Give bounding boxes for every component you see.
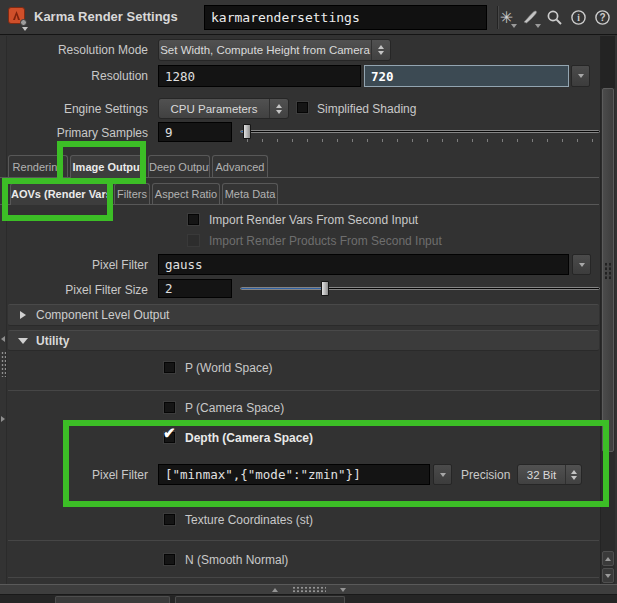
resolution-mode-label: Resolution Mode [0, 43, 148, 57]
n-smooth-normal-checkbox[interactable] [163, 553, 176, 566]
titlebar: Karma Render Settings ✳ [0, 0, 617, 35]
info-button[interactable]: i [568, 6, 589, 29]
pixel-filter-size-label: Pixel Filter Size [0, 283, 148, 297]
texture-coordinates-checkbox[interactable] [163, 513, 176, 526]
gear-menu-button[interactable]: ✳ [496, 6, 517, 29]
svg-text:i: i [577, 13, 580, 23]
simplified-shading-checkbox[interactable] [296, 101, 309, 114]
depth-pixel-filter-input[interactable] [158, 464, 430, 485]
lower-pane-edge [0, 595, 617, 603]
p-world-space-checkbox[interactable] [163, 361, 176, 374]
depth-pixel-filter-menu-button[interactable] [433, 464, 452, 485]
resolution-mode-dropdown[interactable]: Set Width, Compute Height from Camera [158, 39, 391, 61]
tab-advanced[interactable]: Advanced [212, 155, 268, 177]
primary-samples-slider[interactable] [240, 130, 600, 133]
scrollbar-grip-icon [604, 262, 612, 280]
import-render-vars-checkbox[interactable] [187, 213, 200, 226]
p-camera-space-checkbox[interactable] [163, 401, 176, 414]
engine-settings-dropdown[interactable]: CPU Parameters [158, 98, 289, 119]
p-world-space-label: P (World Space) [185, 361, 273, 375]
p-camera-space-label: P (Camera Space) [185, 401, 284, 415]
search-button[interactable] [544, 6, 565, 29]
spinner-icon [269, 99, 288, 118]
pixel-filter-size-slider[interactable] [240, 287, 600, 290]
tab-aspect-ratio[interactable]: Aspect Ratio [152, 183, 220, 204]
pane-splitter[interactable] [0, 584, 617, 595]
splitter-down-icon [340, 588, 346, 592]
svg-text:?: ? [599, 12, 605, 23]
pixel-filter-size-slider-handle[interactable] [321, 281, 329, 296]
tab-meta-data[interactable]: Meta Data [222, 183, 278, 204]
gutter-grip-icon [1, 351, 6, 377]
karma-render-settings-panel: Karma Render Settings ✳ [0, 0, 617, 603]
karma-node-icon[interactable] [8, 7, 25, 24]
resolution-menu-button[interactable] [571, 65, 590, 87]
brush-menu-button[interactable] [520, 6, 541, 29]
gutter-arrow-left-icon [1, 336, 5, 342]
import-render-products-checkbox [187, 234, 200, 247]
vertical-scrollbar[interactable] [600, 36, 615, 584]
primary-samples-label: Primary Samples [0, 126, 148, 140]
node-name-input[interactable] [204, 5, 487, 30]
n-smooth-normal-label: N (Smooth Normal) [185, 553, 288, 567]
scrollbar-track-top[interactable] [601, 36, 615, 88]
engine-settings-label: Engine Settings [0, 102, 148, 116]
simplified-shading-label: Simplified Shading [317, 102, 416, 116]
section-utility[interactable]: Utility [8, 330, 599, 351]
expanded-arrow-icon [18, 338, 28, 344]
node-gear-badge-icon [20, 19, 27, 26]
toolbar-icons: ✳ i [496, 6, 613, 29]
depth-camera-space-label: Depth (Camera Space) [185, 431, 313, 445]
pixel-filter-menu-button[interactable] [572, 254, 591, 275]
info-icon: i [570, 9, 587, 26]
slider-ticks [247, 139, 597, 142]
gutter-arrow-right-icon [1, 416, 5, 422]
lower-pane-tab-stub [55, 596, 170, 603]
lower-pane-tab-stub [175, 596, 345, 603]
scrollbar-thumb[interactable] [602, 88, 614, 452]
pane-left-gutter[interactable] [0, 36, 7, 584]
primary-samples-slider-handle[interactable] [243, 124, 251, 139]
splitter-grip-icon [292, 586, 326, 593]
spinner-icon [371, 40, 390, 60]
depth-pixel-filter-label: Pixel Filter [0, 468, 148, 482]
tab-aovs-render-vars[interactable]: AOVs (Render Vars) [10, 183, 112, 205]
tab-rendering[interactable]: Rendering [8, 155, 68, 177]
scroll-up-button[interactable] [602, 551, 614, 566]
collapsed-arrow-icon [20, 311, 26, 319]
splitter-up-icon [272, 588, 278, 592]
precision-label: Precision [461, 468, 510, 482]
resolution-width-input[interactable] [158, 65, 361, 87]
node-menu-arrow-icon [22, 27, 28, 31]
scroll-down-button[interactable] [602, 568, 614, 583]
pixel-filter-label: Pixel Filter [0, 258, 148, 272]
tab-deep-output[interactable]: Deep Output [148, 155, 210, 177]
row-divider [8, 540, 599, 541]
spinner-icon [565, 465, 581, 484]
section-component-level-output[interactable]: Component Level Output [8, 304, 599, 326]
help-icon: ? [594, 9, 611, 26]
pixel-filter-input[interactable] [158, 254, 569, 275]
panel-title: Karma Render Settings [34, 9, 178, 24]
tab-filters[interactable]: Filters [114, 183, 150, 204]
import-render-vars-label: Import Render Vars From Second Input [209, 213, 418, 227]
row-divider [8, 390, 599, 391]
help-button[interactable]: ? [592, 6, 613, 29]
resolution-label: Resolution [0, 69, 148, 83]
check-icon: ✔ [163, 424, 176, 442]
brush-menu-arrow-icon [535, 24, 541, 28]
precision-dropdown[interactable]: 32 Bit [517, 464, 582, 485]
resolution-height-input[interactable] [364, 65, 569, 87]
gear-menu-arrow-icon [511, 24, 517, 28]
depth-camera-space-checkbox[interactable]: ✔ [163, 431, 176, 444]
tab-image-output[interactable]: Image Output [70, 155, 146, 178]
import-render-products-label: Import Render Products From Second Input [209, 234, 442, 248]
texture-coordinates-label: Texture Coordinates (st) [185, 513, 313, 527]
search-icon [546, 9, 563, 26]
pixel-filter-size-input[interactable] [158, 279, 232, 298]
row-divider [8, 577, 599, 578]
primary-samples-input[interactable] [158, 122, 232, 142]
